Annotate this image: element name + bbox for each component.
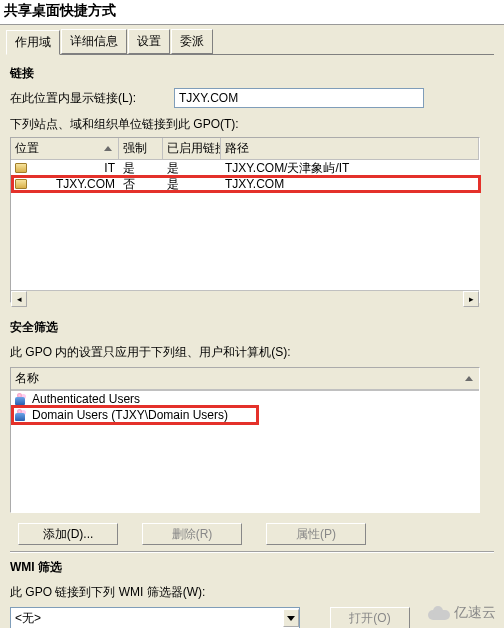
dropdown-button[interactable] <box>283 609 299 627</box>
divider <box>10 551 494 553</box>
sort-asc-icon <box>104 146 112 151</box>
tab-details[interactable]: 详细信息 <box>61 29 127 54</box>
security-body: Authenticated Users Domain Users (TJXY\D… <box>11 391 479 501</box>
tab-settings[interactable]: 设置 <box>128 29 170 54</box>
location-input[interactable] <box>174 88 424 108</box>
display-links-label: 在此位置内显示链接(L): <box>10 90 136 107</box>
link-row[interactable]: TJXY.COM 否 是 TJXY.COM <box>11 176 479 192</box>
users-icon <box>15 409 29 421</box>
col-location[interactable]: 位置 <box>11 138 119 159</box>
links-header: 位置 强制 已启用链接 路径 <box>11 138 479 160</box>
sort-asc-icon <box>465 376 473 381</box>
window-body: 作用域 详细信息 设置 委派 链接 在此位置内显示链接(L): 下列站点、域和组… <box>0 25 504 628</box>
links-body: IT 是 是 TJXY.COM/天津象屿/IT TJXY.COM 否 是 TJX… <box>11 160 479 290</box>
wmi-desc: 此 GPO 链接到下列 WMI 筛选器(W): <box>10 584 494 601</box>
security-header: 名称 <box>11 368 479 391</box>
security-heading: 安全筛选 <box>10 319 494 336</box>
window-title: 共享桌面快捷方式 <box>0 0 504 25</box>
link-row[interactable]: IT 是 是 TJXY.COM/天津象屿/IT <box>11 160 479 176</box>
applies-label: 下列站点、域和组织单位链接到此 GPO(T): <box>10 116 494 133</box>
ou-icon <box>15 179 27 189</box>
scope-panel: 链接 在此位置内显示链接(L): 下列站点、域和组织单位链接到此 GPO(T):… <box>10 54 494 628</box>
open-button[interactable]: 打开(O) <box>330 607 410 628</box>
scroll-right-icon[interactable]: ▸ <box>463 291 479 307</box>
col-path[interactable]: 路径 <box>221 138 479 159</box>
cloud-icon <box>428 606 450 620</box>
links-list[interactable]: 位置 强制 已启用链接 路径 IT 是 是 TJXY.COM/天津象屿/IT T… <box>10 137 480 303</box>
users-icon <box>15 393 29 405</box>
wmi-heading: WMI 筛选 <box>10 559 494 576</box>
col-name[interactable]: 名称 <box>11 368 479 390</box>
tab-bar: 作用域 详细信息 设置 委派 <box>0 25 504 54</box>
scroll-left-icon[interactable]: ◂ <box>11 291 27 307</box>
security-list[interactable]: 名称 Authenticated Users Domain Users (TJX… <box>10 367 480 513</box>
chevron-down-icon <box>287 616 295 621</box>
remove-button[interactable]: 删除(R) <box>142 523 242 545</box>
watermark: 亿速云 <box>428 604 496 622</box>
col-enforced[interactable]: 强制 <box>119 138 163 159</box>
links-heading: 链接 <box>10 65 494 82</box>
security-desc: 此 GPO 内的设置只应用于下列组、用户和计算机(S): <box>10 344 494 361</box>
h-scrollbar[interactable]: ◂ ▸ <box>11 290 479 306</box>
security-row[interactable]: Domain Users (TJXY\Domain Users) <box>11 407 479 423</box>
security-row[interactable]: Authenticated Users <box>11 391 479 407</box>
wmi-select[interactable]: <无> <box>10 607 300 628</box>
ou-icon <box>15 163 27 173</box>
add-button[interactable]: 添加(D)... <box>18 523 118 545</box>
properties-button[interactable]: 属性(P) <box>266 523 366 545</box>
col-enabled[interactable]: 已启用链接 <box>163 138 221 159</box>
security-buttons: 添加(D)... 删除(R) 属性(P) <box>18 523 494 545</box>
wmi-selected-value: <无> <box>15 610 41 627</box>
tab-scope[interactable]: 作用域 <box>6 30 60 55</box>
tab-delegation[interactable]: 委派 <box>171 29 213 54</box>
